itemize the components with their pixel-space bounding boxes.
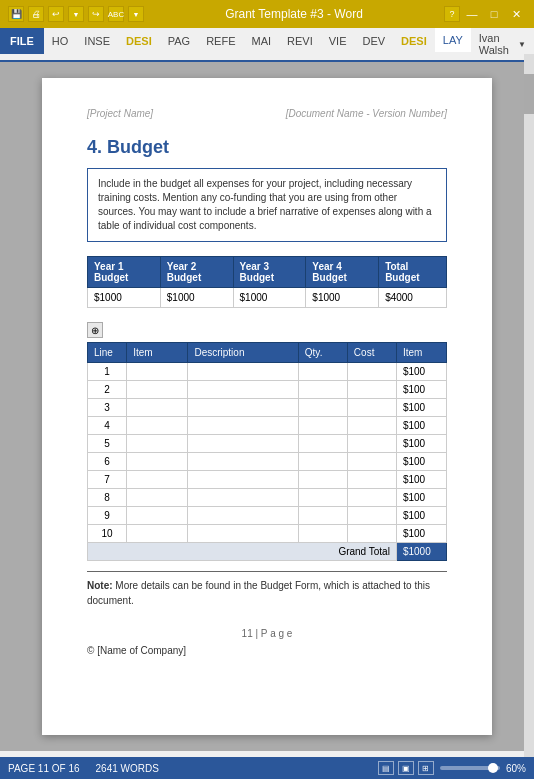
year3-val: $1000 (233, 288, 306, 308)
qty-cell (298, 399, 347, 417)
print-view-icon[interactable]: ▤ (378, 761, 394, 775)
table-row: 1 $100 (88, 363, 447, 381)
undo-dropdown-icon[interactable]: ▼ (68, 6, 84, 22)
budget-summary-table: Year 1 Budget Year 2 Budget Year 3 Budge… (87, 256, 447, 308)
desc-cell (188, 525, 298, 543)
table-row: 10 $100 (88, 525, 447, 543)
close-button[interactable]: ✕ (506, 5, 526, 23)
user-dropdown-icon[interactable]: ▼ (518, 40, 526, 49)
tab-home[interactable]: HO (44, 28, 77, 54)
title-bar: 💾 🖨 ↩ ▼ ↪ ABC ▼ Grant Template #3 - Word… (0, 0, 534, 28)
desc-cell (188, 471, 298, 489)
qty-cell (298, 525, 347, 543)
zoom-level: 60% (506, 763, 526, 774)
col-year2: Year 2 Budget (160, 257, 233, 288)
tab-file[interactable]: FILE (0, 28, 44, 54)
help-icon[interactable]: ? (444, 6, 460, 22)
scroll-thumb[interactable] (524, 74, 534, 114)
item-cell (127, 381, 188, 399)
info-text: Include in the budget all expenses for y… (98, 178, 432, 231)
customize-icon[interactable]: ▼ (128, 6, 144, 22)
table-row: 4 $100 (88, 417, 447, 435)
view-icons: ▤ ▣ ⊞ (378, 761, 434, 775)
desc-cell (188, 363, 298, 381)
line-cell: 2 (88, 381, 127, 399)
amount-cell: $100 (396, 435, 446, 453)
cost-cell (347, 363, 396, 381)
line-cell: 10 (88, 525, 127, 543)
tab-design2[interactable]: DESI (393, 28, 435, 54)
qty-cell (298, 471, 347, 489)
table-row: 3 $100 (88, 399, 447, 417)
budget-row: $1000 $1000 $1000 $1000 $4000 (88, 288, 447, 308)
amount-cell: $100 (396, 471, 446, 489)
status-right: ▤ ▣ ⊞ 60% (378, 761, 526, 775)
col-qty: Qty. (298, 343, 347, 363)
read-view-icon[interactable]: ▣ (398, 761, 414, 775)
item-cell (127, 453, 188, 471)
tab-insert[interactable]: INSE (76, 28, 118, 54)
cost-cell (347, 489, 396, 507)
line-cell: 9 (88, 507, 127, 525)
amount-cell: $100 (396, 453, 446, 471)
line-cell: 6 (88, 453, 127, 471)
zoom-thumb[interactable] (488, 763, 498, 773)
title-bar-icons: 💾 🖨 ↩ ▼ ↪ ABC ▼ (8, 6, 144, 22)
tab-page[interactable]: PAG (160, 28, 198, 54)
save-icon[interactable]: 💾 (8, 6, 24, 22)
vertical-scrollbar[interactable] (524, 62, 534, 751)
line-cell: 4 (88, 417, 127, 435)
table-handle[interactable]: ⊕ (87, 322, 103, 338)
table-row: 7 $100 (88, 471, 447, 489)
desc-cell (188, 507, 298, 525)
qty-cell (298, 363, 347, 381)
item-cell (127, 399, 188, 417)
tab-mailings[interactable]: MAI (243, 28, 279, 54)
year4-val: $1000 (306, 288, 379, 308)
item-cell (127, 507, 188, 525)
tab-review[interactable]: REVI (279, 28, 321, 54)
table-row: 9 $100 (88, 507, 447, 525)
cost-cell (347, 435, 396, 453)
web-view-icon[interactable]: ⊞ (418, 761, 434, 775)
undo-icon[interactable]: ↩ (48, 6, 64, 22)
qty-cell (298, 507, 347, 525)
user-name: Ivan Walsh (479, 32, 514, 56)
desc-cell (188, 417, 298, 435)
cost-cell (347, 525, 396, 543)
spelling-icon[interactable]: ABC (108, 6, 124, 22)
qty-cell (298, 453, 347, 471)
qty-cell (298, 417, 347, 435)
restore-button[interactable]: □ (484, 5, 504, 23)
amount-cell: $100 (396, 381, 446, 399)
cost-cell (347, 417, 396, 435)
line-cell: 7 (88, 471, 127, 489)
cost-cell (347, 453, 396, 471)
redo-icon[interactable]: ↪ (88, 6, 104, 22)
status-left: PAGE 11 OF 16 2641 WORDS (8, 763, 159, 774)
table-row: 5 $100 (88, 435, 447, 453)
tab-view[interactable]: VIE (321, 28, 355, 54)
item-cell (127, 525, 188, 543)
col-line: Line (88, 343, 127, 363)
desc-cell (188, 489, 298, 507)
item-cell (127, 363, 188, 381)
grand-total-value: $1000 (396, 543, 446, 561)
qty-cell (298, 381, 347, 399)
year2-val: $1000 (160, 288, 233, 308)
col-item: Item (127, 343, 188, 363)
col-cost: Cost (347, 343, 396, 363)
tab-dev[interactable]: DEV (354, 28, 393, 54)
line-cell: 3 (88, 399, 127, 417)
title-text: Grant Template #3 - Word (144, 7, 444, 21)
status-bar: PAGE 11 OF 16 2641 WORDS ▤ ▣ ⊞ 60% (0, 757, 534, 779)
minimize-button[interactable]: — (462, 5, 482, 23)
amount-cell: $100 (396, 489, 446, 507)
tab-references[interactable]: REFE (198, 28, 243, 54)
print-icon[interactable]: 🖨 (28, 6, 44, 22)
tab-design[interactable]: DESI (118, 28, 160, 54)
tab-layout[interactable]: LAY (435, 26, 471, 52)
zoom-slider[interactable] (440, 766, 500, 770)
item-cell (127, 435, 188, 453)
item-cell (127, 489, 188, 507)
